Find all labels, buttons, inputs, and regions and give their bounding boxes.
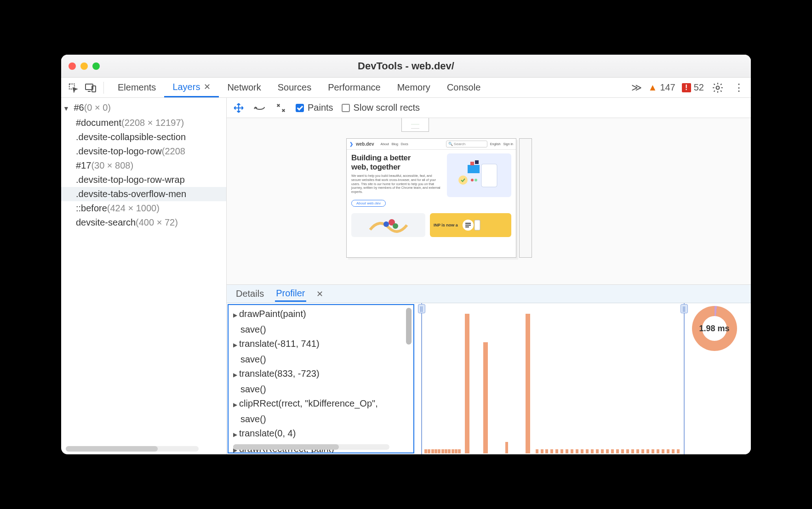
- profiler-chart[interactable]: || || 1.98 ms: [414, 303, 751, 454]
- layer-mini-1: ——— ———: [401, 118, 429, 132]
- settings-icon[interactable]: [710, 80, 725, 95]
- sidebar-hscrollbar[interactable]: [66, 446, 199, 452]
- card-illustration-icon: [368, 216, 409, 234]
- chart-bar: [652, 449, 654, 453]
- slow-scroll-rects-checkbox[interactable]: Slow scroll rects: [342, 102, 420, 113]
- tree-row-dim: (2208: [162, 146, 185, 156]
- hero-title-line2: web, together: [351, 163, 442, 172]
- layers-tree: #6(0 × 0) #document(2208 × 12197).devsit…: [61, 98, 227, 454]
- layers-toolbar: Paints Slow scroll rects: [227, 98, 751, 118]
- tab-performance[interactable]: Performance: [320, 78, 389, 97]
- tab-label: Memory: [397, 82, 430, 93]
- tree-row[interactable]: devsite-search(400 × 72): [61, 215, 226, 230]
- tree-row[interactable]: ::before(424 × 1000): [61, 201, 226, 215]
- devtools-window: DevTools - web.dev/ ElementsLayers✕Netwo…: [61, 55, 751, 454]
- chart-bar: [438, 449, 440, 453]
- inspect-element-icon[interactable]: [66, 80, 80, 95]
- minimize-window-button[interactable]: [80, 62, 88, 70]
- command-row[interactable]: clipRRect(rrect, "kDifference_Op",: [233, 396, 411, 412]
- command-row[interactable]: save(): [233, 382, 411, 396]
- svg-point-13: [393, 223, 398, 229]
- tab-profiler-label: Profiler: [276, 288, 305, 298]
- tab-sources[interactable]: Sources: [269, 78, 320, 97]
- tab-network[interactable]: Network: [219, 78, 269, 97]
- webdev-logo-text: web.dev: [356, 141, 374, 147]
- command-row[interactable]: translate(-811, 741): [233, 337, 411, 352]
- zoom-window-button[interactable]: [92, 62, 100, 70]
- tree-root-dim: (0 × 0): [84, 102, 111, 113]
- chart-bar: [646, 449, 649, 453]
- hero-paragraph: We want to help you build beautiful, acc…: [351, 174, 442, 194]
- command-row[interactable]: drawPaint(paint): [233, 307, 411, 322]
- tree-row[interactable]: .devsite-top-logo-row-wrap: [61, 173, 226, 187]
- tree-row[interactable]: .devsite-tabs-overflow-men: [61, 187, 226, 201]
- chart-bar: [586, 449, 589, 453]
- errors-badge[interactable]: ! 52: [682, 82, 704, 93]
- tree-row-label: #17: [76, 160, 91, 170]
- range-handle-left[interactable]: ||: [421, 303, 422, 454]
- tree-row[interactable]: .devsite-collapsible-section: [61, 130, 226, 144]
- checkbox-icon: [342, 104, 350, 112]
- language-label: English: [490, 142, 501, 146]
- command-row[interactable]: translate(833, -723): [233, 367, 411, 382]
- hero-title-line1: Building a better: [351, 153, 442, 163]
- chart-bar: [631, 449, 634, 453]
- commands-hscrollbar[interactable]: [233, 444, 389, 450]
- svg-rect-15: [465, 223, 471, 224]
- commands-pane[interactable]: drawPaint(paint)save()translate(-811, 74…: [228, 304, 414, 453]
- svg-rect-6: [468, 165, 480, 173]
- pan-icon[interactable]: [232, 102, 245, 114]
- chart-bar: [636, 449, 639, 453]
- nav-docs: Docs: [401, 142, 408, 146]
- tree-row[interactable]: #document(2208 × 12197): [61, 116, 226, 130]
- chart-bar: [611, 449, 614, 453]
- chart-bar: [596, 449, 599, 453]
- tree-row[interactable]: #17(30 × 808): [61, 158, 226, 173]
- tree-row-label: ::before: [76, 203, 107, 213]
- close-tab-icon[interactable]: ✕: [204, 82, 211, 92]
- svg-rect-17: [465, 226, 469, 227]
- tree-root-label: #6: [74, 102, 84, 113]
- close-window-button[interactable]: [69, 62, 76, 70]
- tab-console[interactable]: Console: [439, 78, 489, 97]
- warnings-badge[interactable]: ▲ 147: [648, 82, 675, 93]
- command-row[interactable]: save(): [233, 352, 411, 367]
- rotate-icon[interactable]: [253, 102, 266, 114]
- webdev-logo-icon: ❯: [349, 141, 353, 147]
- tab-layers[interactable]: Layers✕: [164, 78, 219, 97]
- kebab-menu-icon[interactable]: ⋮: [732, 80, 746, 95]
- command-row[interactable]: save(): [233, 412, 411, 426]
- layer-preview[interactable]: ——— ——— ❯ web.dev About Blog Docs: [227, 118, 751, 284]
- nav-about: About: [380, 142, 389, 146]
- commands-vscrollbar[interactable]: [406, 308, 412, 345]
- main-area: #6(0 × 0) #document(2208 × 12197).devsit…: [61, 98, 751, 454]
- tab-label: Network: [227, 82, 261, 93]
- tree-root[interactable]: #6(0 × 0): [61, 101, 226, 116]
- close-tab-icon[interactable]: ✕: [316, 289, 323, 299]
- tree-row[interactable]: .devsite-top-logo-row(2208: [61, 144, 226, 158]
- reset-view-icon[interactable]: [274, 102, 287, 114]
- chart-bar: [566, 449, 568, 453]
- chart-bar: [606, 449, 609, 453]
- tab-elements[interactable]: Elements: [109, 78, 164, 97]
- range-handle-right[interactable]: ||: [684, 303, 685, 454]
- tab-details[interactable]: Details: [235, 287, 265, 301]
- chart-bar: [662, 449, 664, 453]
- warning-icon: ▲: [648, 82, 658, 93]
- tab-profiler[interactable]: Profiler: [275, 286, 306, 302]
- tab-memory[interactable]: Memory: [389, 78, 439, 97]
- paints-checkbox[interactable]: Paints: [296, 102, 333, 113]
- chart-bar: [621, 449, 624, 453]
- tab-label: Performance: [328, 82, 381, 93]
- svg-rect-16: [465, 225, 471, 226]
- chart-bar: [672, 449, 675, 453]
- more-tabs-button[interactable]: ≫: [631, 82, 642, 94]
- inp-card-icon: [462, 216, 481, 234]
- svg-rect-4: [481, 164, 497, 187]
- command-row[interactable]: save(): [233, 322, 411, 337]
- slow-scroll-label: Slow scroll rects: [354, 102, 420, 113]
- error-icon: !: [682, 83, 691, 92]
- command-row[interactable]: translate(0, 4): [233, 426, 411, 442]
- layer-main-page: ❯ web.dev About Blog Docs 🔍 Search Engli…: [346, 138, 516, 258]
- device-toolbar-icon[interactable]: [83, 80, 98, 95]
